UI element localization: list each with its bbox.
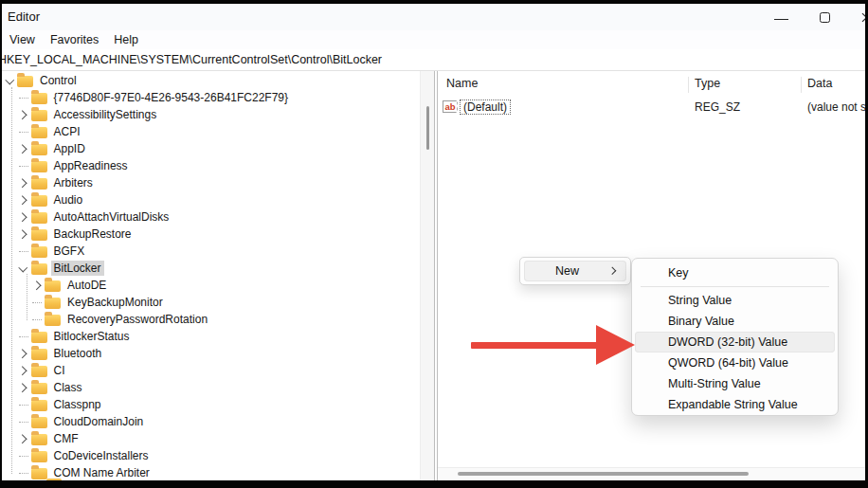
tree-item[interactable]: BitLocker xyxy=(2,260,420,277)
menu-item[interactable]: View xyxy=(2,33,43,46)
tree-item[interactable]: AppReadiness xyxy=(2,157,420,174)
tree-expander-icon[interactable] xyxy=(31,294,43,311)
tree-item[interactable]: ACPI xyxy=(2,123,420,140)
tree-expander-icon[interactable] xyxy=(18,413,29,430)
folder-icon xyxy=(31,212,47,224)
tree-expander-icon[interactable] xyxy=(4,72,15,89)
submenu-item-label: Expandable String Value xyxy=(668,398,798,411)
tree-item[interactable]: Arbiters xyxy=(2,174,420,191)
tree-item-label: KeyBackupMonitor xyxy=(64,295,166,310)
submenu-item-label: Binary Value xyxy=(668,315,734,328)
tree-item[interactable]: Bluetooth xyxy=(2,345,420,362)
menu-item[interactable]: Help xyxy=(106,33,146,46)
column-header-name[interactable]: Name xyxy=(446,77,478,90)
tree-expander-icon[interactable] xyxy=(18,208,29,226)
tree-item[interactable]: CloudDomainJoin xyxy=(2,413,420,430)
column-separator[interactable] xyxy=(801,77,802,93)
tree-item[interactable]: RecoveryPasswordRotation xyxy=(2,311,420,328)
tree-item[interactable]: Class xyxy=(2,379,420,396)
tree-item[interactable]: COM Name Arbiter xyxy=(2,464,420,480)
tree-expander-icon[interactable] xyxy=(18,379,29,396)
tree-item[interactable]: BitlockerStatus xyxy=(2,328,420,345)
folder-icon xyxy=(31,434,47,445)
partial-folder-icon xyxy=(46,479,62,480)
tree-expander-icon[interactable] xyxy=(18,396,29,413)
tree-expander-icon[interactable] xyxy=(18,123,29,140)
tree-item-label: CoDeviceInstallers xyxy=(51,448,152,463)
context-menu: New xyxy=(519,257,631,285)
tree-item[interactable]: KeyBackupMonitor xyxy=(2,294,420,311)
maximize-button[interactable] xyxy=(809,4,841,30)
close-icon xyxy=(861,11,865,23)
tree-item[interactable]: {7746D80F-97E0-4E26-9543-26B41FC22F79} xyxy=(2,89,420,106)
tree-expander-icon[interactable] xyxy=(31,277,43,294)
value-data: (value not set) xyxy=(807,100,865,114)
tree-item[interactable]: AutoAttachVirtualDisks xyxy=(2,208,420,226)
value-row[interactable]: ab (Default) REG_SZ (value not set) xyxy=(438,99,865,116)
tree-item-label: Bluetooth xyxy=(51,346,105,361)
tree-expander-icon[interactable] xyxy=(18,464,29,480)
tree-expander-icon[interactable] xyxy=(18,106,29,123)
tree-item-label: AutoAttachVirtualDisks xyxy=(51,209,172,225)
chevron-right-icon xyxy=(607,267,615,275)
tree-expander-icon[interactable] xyxy=(18,447,29,464)
tree-item[interactable]: CI xyxy=(2,362,420,379)
submenu-item[interactable]: Binary Value xyxy=(635,311,835,332)
tree-expander-icon[interactable] xyxy=(18,140,29,157)
tree-vertical-scrollbar[interactable] xyxy=(420,71,434,480)
value-name[interactable]: (Default) xyxy=(460,99,511,115)
submenu-item-label: QWORD (64-bit) Value xyxy=(668,356,788,370)
minimize-button[interactable] xyxy=(765,4,797,30)
tree-expander-icon[interactable] xyxy=(18,345,29,362)
tree-item[interactable]: BGFX xyxy=(2,243,420,260)
tree-item[interactable]: CoDeviceInstallers xyxy=(2,447,420,464)
address-bar[interactable]: HKEY_LOCAL_MACHINE\SYSTEM\CurrentControl… xyxy=(2,49,865,71)
tree-expander-icon[interactable] xyxy=(18,191,29,208)
tree-expander-icon[interactable] xyxy=(18,260,29,277)
tree-expander-icon[interactable] xyxy=(18,362,29,379)
column-header-data[interactable]: Data xyxy=(807,77,832,90)
tree-expander-icon[interactable] xyxy=(31,311,43,328)
tree-expander-icon[interactable] xyxy=(18,174,29,191)
tree-item-label: CloudDomainJoin xyxy=(51,414,147,429)
tree-item[interactable]: Classpnp xyxy=(2,396,420,413)
submenu-item[interactable]: DWORD (32-bit) Value xyxy=(635,332,835,352)
tree-expander-icon[interactable] xyxy=(18,157,29,174)
tree-item[interactable]: AutoDE xyxy=(2,277,420,294)
tree-item[interactable]: AccessibilitySettings xyxy=(2,106,420,123)
tree-item[interactable]: Audio xyxy=(2,191,420,208)
submenu-item[interactable]: QWORD (64-bit) Value xyxy=(635,352,835,373)
folder-icon xyxy=(31,451,47,462)
column-separator[interactable] xyxy=(688,77,689,93)
tree-expander-icon[interactable] xyxy=(18,243,29,260)
folder-icon xyxy=(31,195,47,207)
folder-icon xyxy=(31,263,47,275)
tree-item[interactable]: BackupRestore xyxy=(2,226,420,243)
submenu-item[interactable]: String Value xyxy=(635,290,835,311)
folder-icon xyxy=(31,229,47,241)
maximize-icon xyxy=(820,12,830,23)
submenu-item[interactable]: Multi-String Value xyxy=(635,373,835,394)
tree-item[interactable]: AppID xyxy=(2,140,420,157)
tree-expander-icon[interactable] xyxy=(18,89,29,106)
tree-item-label: {7746D80F-97E0-4E26-9543-26B41FC22F79} xyxy=(51,90,292,105)
tree-item[interactable]: CMF xyxy=(2,430,420,447)
values-horizontal-scrollbar[interactable] xyxy=(438,467,865,480)
submenu-item[interactable]: Key xyxy=(635,262,835,283)
close-button[interactable] xyxy=(853,4,865,30)
submenu-item[interactable]: Expandable String Value xyxy=(635,394,835,415)
folder-icon xyxy=(31,110,47,121)
scrollbar-thumb[interactable] xyxy=(458,472,749,476)
tree-expander-icon[interactable] xyxy=(18,328,29,345)
context-menu-item-new[interactable]: New xyxy=(524,261,626,281)
tree-expander-icon[interactable] xyxy=(18,430,29,447)
column-header-type[interactable]: Type xyxy=(695,77,720,90)
tree-item[interactable]: Control xyxy=(2,72,420,89)
menu-item[interactable]: Favorites xyxy=(43,33,106,46)
folder-icon xyxy=(31,178,47,190)
tree-item-label: Class xyxy=(51,380,85,395)
submenu-item-label: DWORD (32-bit) Value xyxy=(668,335,787,349)
address-path: HKEY_LOCAL_MACHINE\SYSTEM\CurrentControl… xyxy=(2,53,382,66)
scrollbar-thumb[interactable] xyxy=(426,106,429,150)
tree-expander-icon[interactable] xyxy=(18,226,29,243)
